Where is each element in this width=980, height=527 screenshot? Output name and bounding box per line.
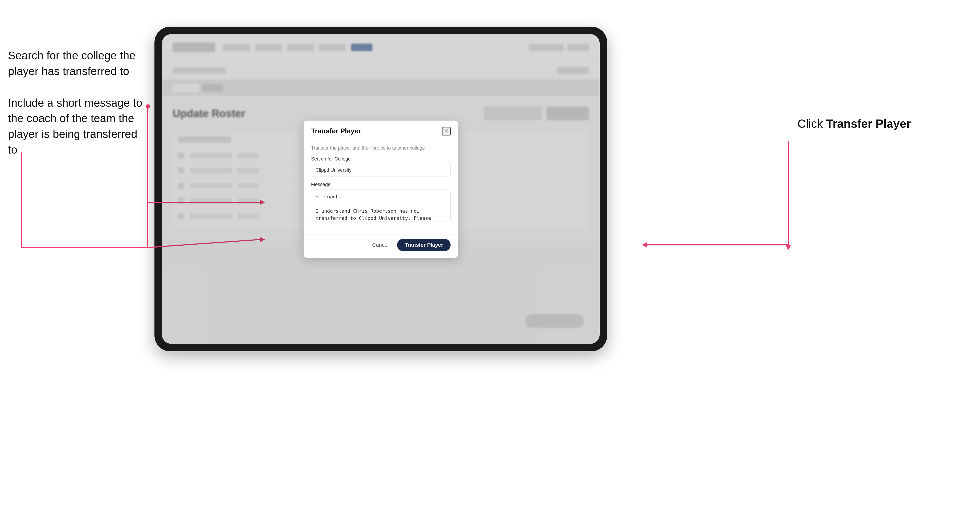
message-label: Message — [311, 182, 450, 187]
modal-overlay: Transfer Player ✕ Transfer the player an… — [162, 34, 600, 344]
annotation-text-1: Search for the college the player has tr… — [8, 48, 146, 79]
svg-marker-12 — [642, 242, 647, 248]
tablet-device: Update Roster — [154, 27, 607, 351]
modal-close-button[interactable]: ✕ — [442, 127, 450, 135]
transfer-player-modal: Transfer Player ✕ Transfer the player an… — [304, 121, 458, 258]
annotation-left: Search for the college the player has tr… — [8, 48, 146, 174]
message-textarea[interactable] — [311, 189, 450, 221]
search-college-group: Search for College — [311, 156, 450, 176]
search-college-label: Search for College — [311, 156, 450, 162]
modal-footer: Cancel Transfer Player — [304, 234, 458, 258]
annotation-right: Click Transfer Player — [797, 117, 911, 130]
annotation-right-bold: Transfer Player — [826, 117, 911, 130]
annotation-right-prefix: Click — [797, 117, 826, 130]
modal-body: Transfer the player and their profile to… — [304, 140, 458, 234]
modal-subtitle: Transfer the player and their profile to… — [311, 145, 450, 151]
modal-header: Transfer Player ✕ — [304, 121, 458, 140]
tablet-screen: Update Roster — [162, 34, 600, 344]
svg-marker-10 — [786, 245, 791, 250]
cancel-button[interactable]: Cancel — [368, 239, 393, 251]
annotation-text-2: Include a short message to the coach of … — [8, 95, 146, 158]
message-group: Message — [311, 182, 450, 222]
search-college-input[interactable] — [311, 164, 450, 176]
transfer-player-button[interactable]: Transfer Player — [397, 239, 450, 251]
modal-title: Transfer Player — [311, 127, 361, 135]
